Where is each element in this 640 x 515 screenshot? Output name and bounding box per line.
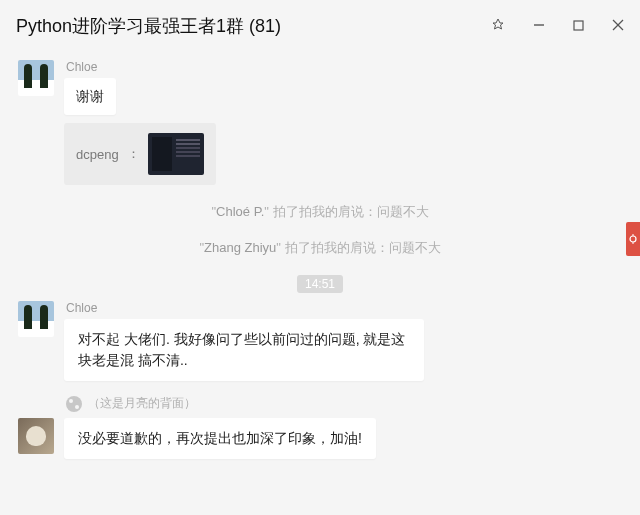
quoted-reference[interactable]: dcpeng： [64,123,216,185]
svg-rect-1 [574,21,583,30]
minimize-icon[interactable] [533,18,545,34]
message-column: Chloe 对不起 大佬们. 我好像问了些以前问过的问题, 就是这块老是混 搞不… [64,301,424,381]
pat-user: Zhang Zhiyu [204,240,276,255]
sender-name: Chloe [66,60,216,74]
message-row: Chloe 对不起 大佬们. 我好像问了些以前问过的问题, 就是这块老是混 搞不… [8,301,632,381]
badge-icon [66,396,82,412]
title-bar: Python进阶学习最强王者1群 (81) [0,0,640,52]
side-tab-button[interactable] [626,222,640,256]
timestamp-label: 14:51 [297,275,343,293]
chat-title: Python进阶学习最强王者1群 (81) [16,14,491,38]
sender-nickname: （这是月亮的背面） [88,395,196,412]
sender-badge-row: （这是月亮的背面） [66,395,632,412]
message-column: Chloe 谢谢 dcpeng： [64,60,216,185]
pin-icon[interactable] [491,18,505,35]
quoted-colon: ： [127,145,140,163]
message-row: Chloe 谢谢 dcpeng： [8,60,632,185]
pat-notification: "Zhang Zhiyu" 拍了拍我的肩说：问题不大 [8,239,632,257]
message-bubble[interactable]: 对不起 大佬们. 我好像问了些以前问过的问题, 就是这块老是混 搞不清.. [64,319,424,381]
message-bubble[interactable]: 没必要道歉的，再次提出也加深了印象，加油! [64,418,376,459]
avatar[interactable] [18,60,54,96]
window-controls [491,18,624,35]
sender-name: Chloe [66,301,424,315]
message-row: 没必要道歉的，再次提出也加深了印象，加油! [8,418,632,459]
svg-point-4 [630,236,636,242]
message-bubble[interactable]: 谢谢 [64,78,116,115]
quoted-image-thumb[interactable] [148,133,204,175]
chat-area: Chloe 谢谢 dcpeng： "Chloé P." 拍了拍我的肩说：问题不大… [0,60,640,467]
pat-notification: "Chloé P." 拍了拍我的肩说：问题不大 [8,203,632,221]
close-icon[interactable] [612,18,624,34]
avatar[interactable] [18,418,54,454]
maximize-icon[interactable] [573,18,584,34]
avatar[interactable] [18,301,54,337]
quoted-author: dcpeng [76,147,119,162]
pat-user: Chloé P. [216,204,264,219]
timestamp-divider: 14:51 [8,275,632,293]
message-column: 没必要道歉的，再次提出也加深了印象，加油! [64,418,376,459]
